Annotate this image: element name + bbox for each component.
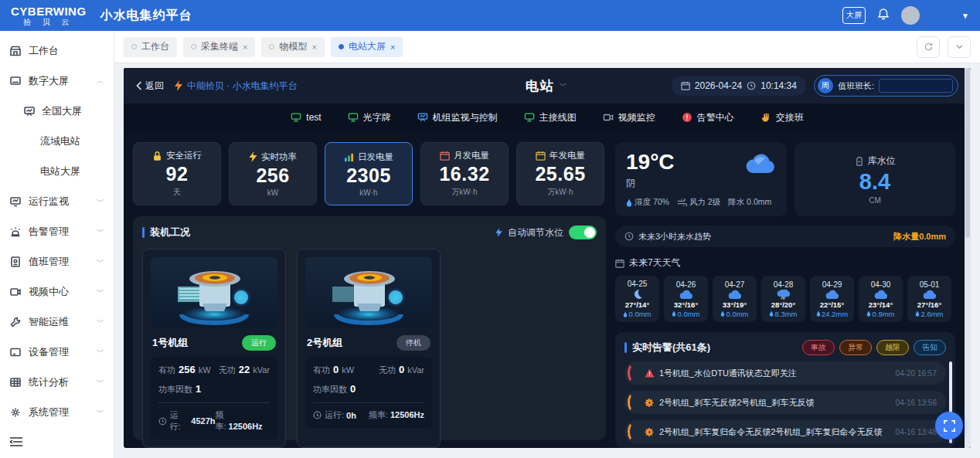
sidebar-item-device-management[interactable]: 设备管理 ﹀ [0, 337, 114, 367]
fullscreen-button[interactable] [935, 412, 963, 439]
station-selector[interactable]: 电站 ﹀ [526, 77, 569, 95]
sidebar-item-station-screen[interactable]: 电站大屏 [0, 156, 114, 186]
sidebar-label: 值班管理 [29, 255, 97, 269]
unit-card-2[interactable]: 2号机组 停机 有功0kW 无功0kVar 功率因数0 [297, 249, 441, 448]
filter-notice[interactable]: 告知 [914, 340, 946, 355]
collapse-tabs-button[interactable] [948, 36, 971, 58]
calendar-icon [615, 259, 624, 268]
tab-dot-icon [269, 44, 274, 49]
forecast-day: 04-25 27°/14° 0.0mm [615, 276, 659, 322]
tab-label: 物模型 [279, 40, 307, 53]
alert-row[interactable]: 1号机组_水位DTU通讯状态立即关注 04-20 16:57 [624, 361, 946, 385]
stat-label: 日发电量 [358, 151, 393, 163]
nav-tab-main-wiring[interactable]: 主接线图 [524, 111, 577, 124]
nav-tab-video-monitor[interactable]: 视频监控 [603, 111, 655, 124]
sidebar-label: 流域电站 [40, 134, 80, 148]
reservoir-unit: CM [869, 196, 881, 205]
filter-accident[interactable]: 事故 [802, 340, 835, 355]
sidebar-item-system-management[interactable]: 系统管理 ﹀ [0, 397, 114, 427]
unit-stats: 有功0kW 无功0kVar 功率因数0 运行:0 [305, 357, 432, 428]
tab-workbench[interactable]: 工作台 [124, 37, 177, 57]
current-time: 10:14:34 [761, 80, 797, 91]
sidebar-item-statistics[interactable]: 统计分析 ﹀ [0, 367, 114, 397]
sidebar-item-alarm-management[interactable]: 告警管理 ﹀ [0, 216, 114, 246]
nav-label: 主接线图 [539, 111, 577, 124]
alert-row[interactable]: 2号机组_刹车无反馈2号机组_刹车无反馈 04-16 13:56 [624, 391, 946, 414]
tab-station-screen[interactable]: 电站大屏 × [331, 37, 403, 57]
header-caret-icon[interactable]: ▼ [961, 12, 969, 20]
chevron-down-icon: ﹀ [97, 377, 104, 388]
big-screen-button[interactable]: 大屏 [842, 7, 866, 24]
nav-tab-unit-monitor-control[interactable]: 机组监视与控制 [417, 111, 498, 124]
chevron-down-icon: ﹀ [97, 226, 104, 237]
unit-stats: 有功256kW 无功22kVar 功率因数1 运 [151, 357, 277, 439]
moon-icon [631, 289, 644, 300]
sidebar-item-duty-management[interactable]: 值班管理 ﹀ [0, 246, 114, 276]
bell-icon[interactable] [876, 7, 890, 24]
alert-red-icon [682, 112, 692, 123]
nav-tab-shift-handover[interactable]: 交接班 [761, 111, 804, 124]
sidebar-item-video-center[interactable]: 视频中心 ﹀ [0, 276, 114, 307]
avatar[interactable] [901, 6, 920, 25]
stat-value: 2305 [346, 165, 391, 187]
nav-tab-alarm-center[interactable]: 告警中心 [682, 111, 734, 124]
sidebar-item-workbench[interactable]: 工作台 [0, 36, 114, 66]
cloud-icon [745, 153, 776, 178]
video-icon [9, 286, 22, 298]
bolt-icon [249, 151, 257, 162]
nav-tab-light-board[interactable]: 光字牌 [348, 111, 391, 124]
collapse-sidebar-icon[interactable] [9, 436, 23, 450]
alert-row[interactable]: 2号机组_刹车复归命令无反馈2号机组_刹车复归命令无反馈 04-16 13:48 [624, 420, 946, 443]
droplet-icon [626, 198, 632, 207]
brand-line1: CYBERWING [11, 5, 87, 17]
back-button[interactable]: 返回 [136, 80, 164, 93]
stat-card-yearly-generation[interactable]: 年发电量 25.65 万kW·h [516, 142, 604, 205]
clock-icon [158, 417, 167, 426]
inflow-trend-bar[interactable]: 未来3小时来水趋势 降水量0.0mm [615, 226, 955, 247]
stat-card-monthly-generation[interactable]: 月发电量 16.32 万kW·h [420, 142, 509, 205]
duty-label: 值班班长: [838, 80, 874, 92]
stat-label: 年发电量 [550, 150, 585, 161]
nav-tab-test[interactable]: test [291, 112, 321, 123]
close-icon[interactable]: × [390, 42, 395, 52]
unit-name: 1号机组 [152, 336, 188, 350]
forecast-title: 未来7天天气 [629, 256, 681, 270]
stat-card-daily-generation[interactable]: 日发电量 2305 kW·h [325, 142, 413, 205]
stat-card-safe-days[interactable]: 安全运行 92 天 [133, 142, 221, 205]
filter-abnormal[interactable]: 异常 [839, 340, 872, 355]
chevron-down-icon: ﹀ [97, 196, 104, 207]
chevron-down-icon: ﹀ [97, 347, 104, 358]
dashboard-scrollbar[interactable] [965, 68, 971, 448]
tab-label: 工作台 [141, 40, 169, 53]
panel-title: 装机工况 [150, 226, 190, 239]
tab-collection-terminal[interactable]: 采集终端 × [183, 37, 255, 57]
stat-card-realtime-power[interactable]: 实时功率 256 kW [229, 142, 317, 205]
refresh-button[interactable] [917, 36, 940, 58]
sidebar-item-national-screen[interactable]: 全国大屏 [0, 96, 114, 126]
close-icon[interactable]: × [311, 42, 316, 52]
sidebar-item-operation-monitor[interactable]: 运行监视 ﹀ [0, 186, 114, 216]
sidebar-item-basin-station[interactable]: 流域电站 [0, 126, 114, 156]
monitor-chart-icon [9, 195, 22, 208]
filter-overlimit[interactable]: 越限 [876, 340, 909, 355]
close-icon[interactable]: × [243, 42, 247, 52]
sidebar-item-digital-screen[interactable]: 数字大屏 ︿ [0, 66, 114, 96]
unit-card-1[interactable]: 1号机组 运行 有功256kW 无功22kVar 功率因数1 [142, 249, 286, 448]
weather-condition: 阴 [626, 177, 776, 190]
tab-thing-model[interactable]: 物模型 × [261, 37, 324, 57]
auto-level-toggle[interactable] [569, 226, 597, 239]
duty-leader-input[interactable] [879, 79, 953, 93]
screen-icon [9, 75, 22, 87]
workbench-icon [9, 45, 22, 57]
document-icon [9, 256, 22, 268]
stat-unit: 万kW·h [451, 187, 477, 198]
forecast-day: 04-28 28°/20° 8.3mm [761, 276, 805, 322]
chevron-down-icon: ﹀ [97, 407, 104, 418]
chevron-down-icon: ﹀ [97, 317, 104, 327]
camera-gray-icon [603, 112, 614, 123]
sidebar-item-smart-ops[interactable]: 智能运维 ﹀ [0, 307, 114, 337]
sidebar-label: 统计分析 [29, 375, 97, 389]
forecast-day: 04-29 22°/15° 24.2mm [810, 276, 854, 322]
unit-name: 2号机组 [307, 336, 342, 350]
alerts-title: 实时告警(共61条) [632, 341, 710, 355]
